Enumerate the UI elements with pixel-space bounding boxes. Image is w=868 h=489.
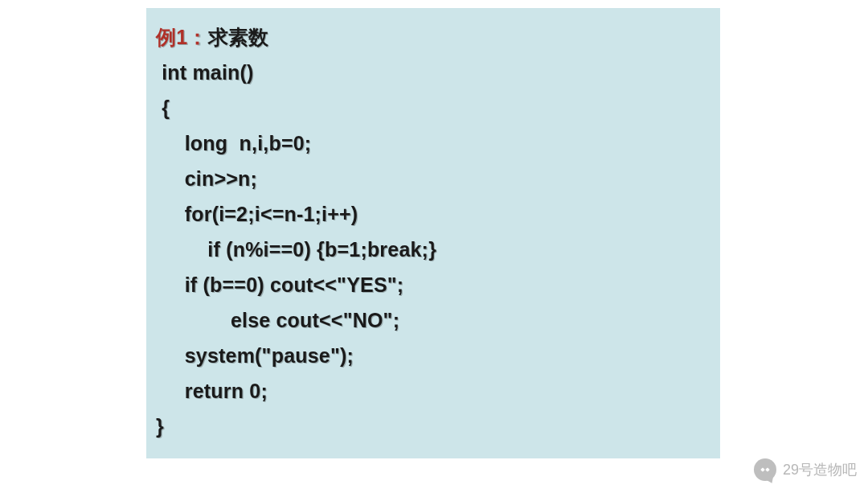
- code-line: if (n%i==0) {b=1;break;}: [156, 232, 707, 267]
- title-rest: 求素数: [208, 26, 269, 48]
- code-line: cin>>n;: [156, 161, 707, 196]
- watermark: 29号造物吧: [754, 458, 857, 481]
- code-line: }: [156, 409, 707, 444]
- code-line: return 0;: [156, 373, 707, 409]
- code-panel: 例1：求素数 int main() { long n,i,b=0; cin>>n…: [146, 8, 720, 458]
- code-line: system("pause");: [156, 338, 707, 373]
- watermark-text: 29号造物吧: [783, 460, 857, 479]
- code-line: if (b==0) cout<<"YES";: [156, 267, 707, 302]
- code-title: 例1：求素数: [156, 19, 707, 55]
- code-line: long n,i,b=0;: [156, 125, 707, 161]
- code-line: int main(): [156, 55, 707, 90]
- code-line: {: [156, 90, 707, 125]
- code-line: else cout<<"NO";: [156, 302, 707, 338]
- title-prefix: 例1：: [156, 26, 208, 48]
- code-line: for(i=2;i<=n-1;i++): [156, 196, 707, 232]
- wechat-icon: [754, 458, 776, 481]
